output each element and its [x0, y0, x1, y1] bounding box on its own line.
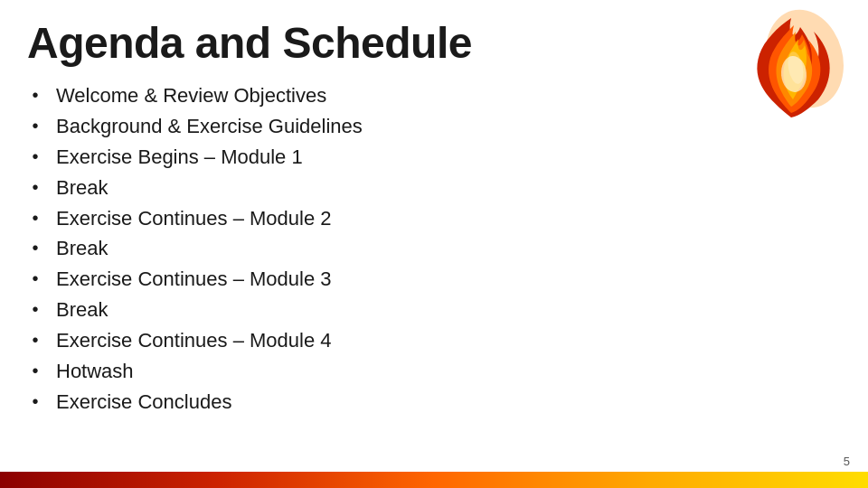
bullet-dot-icon: •	[27, 266, 43, 292]
bullet-text: Break	[56, 174, 108, 202]
bullet-text: Welcome & Review Objectives	[56, 81, 326, 110]
bullet-dot-icon: •	[27, 113, 43, 139]
slide: Agenda and Schedule •Welcome & Review Ob…	[0, 0, 868, 488]
list-item: •Hotwash	[27, 357, 841, 386]
bullet-text: Hotwash	[56, 357, 134, 386]
bullet-dot-icon: •	[27, 205, 43, 231]
list-item: •Exercise Continues – Module 2	[27, 204, 841, 233]
bullet-dot-icon: •	[27, 144, 43, 170]
bullet-text: Background & Exercise Guidelines	[56, 112, 363, 141]
phoenix-logo	[732, 9, 850, 127]
bullet-text: Break	[56, 296, 108, 324]
bullet-dot-icon: •	[27, 235, 43, 261]
list-item: •Background & Exercise Guidelines	[27, 112, 841, 141]
bullet-text: Exercise Continues – Module 3	[56, 265, 332, 294]
list-item: •Break	[27, 296, 841, 324]
bullet-text: Exercise Concludes	[56, 388, 231, 417]
list-item: •Break	[27, 234, 841, 263]
list-item: •Exercise Begins – Module 1	[27, 143, 841, 172]
list-item: •Exercise Continues – Module 4	[27, 326, 841, 355]
bullet-text: Exercise Continues – Module 4	[56, 326, 332, 355]
bullet-text: Exercise Begins – Module 1	[56, 143, 303, 172]
bullet-dot-icon: •	[27, 389, 43, 415]
bullet-dot-icon: •	[27, 296, 43, 323]
bullet-dot-icon: •	[27, 174, 43, 201]
list-item: •Break	[27, 174, 841, 202]
bullet-list: •Welcome & Review Objectives•Background …	[27, 81, 841, 417]
content-area: •Welcome & Review Objectives•Background …	[0, 77, 868, 417]
list-item: •Exercise Concludes	[27, 388, 841, 417]
list-item: •Welcome & Review Objectives	[27, 81, 841, 110]
bullet-text: Break	[56, 234, 108, 263]
bottom-bar	[0, 472, 868, 488]
bullet-dot-icon: •	[27, 327, 43, 353]
list-item: •Exercise Continues – Module 3	[27, 265, 841, 294]
bullet-dot-icon: •	[27, 82, 43, 108]
bullet-text: Exercise Continues – Module 2	[56, 204, 332, 233]
page-number: 5	[844, 455, 850, 468]
bullet-dot-icon: •	[27, 358, 43, 384]
